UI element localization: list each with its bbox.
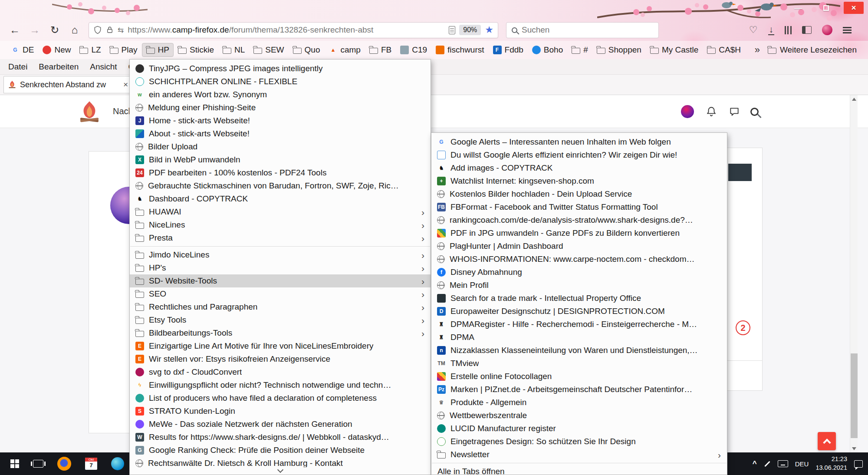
menu-bookmark-rankingcoach-com-de-de-analysis-strato-www-shark-designs-de[interactable]: rankingcoach.com/de-de/analysis-strato/w…: [431, 214, 727, 227]
menu-bookmark-dashboard-copytrack[interactable]: ♞Dashboard - COPYTRACK: [130, 192, 431, 205]
menu-folder-etsy-tools[interactable]: Etsy Tools›: [130, 313, 431, 327]
bookmarks-overflow-chevron[interactable]: »: [750, 44, 764, 56]
menu-bookmark-einzigartige-line-art-motive-f-r-ihre-von-nicelinesembroidery[interactable]: EEinzigartige Line Art Motive für Ihre v…: [130, 340, 431, 353]
url-bar[interactable]: ⇆ https://www.camp-firefox.de/forum/them…: [89, 22, 498, 38]
menu-bookmark-mein-profil[interactable]: Mein Profil: [431, 279, 727, 292]
reload-button[interactable]: ↻: [49, 24, 61, 36]
menu-bookmark-search-for-a-trade-mark-intellectual-property-office[interactable]: Search for a trade mark - Intellectual P…: [431, 292, 727, 305]
taskbar-app-button[interactable]: [111, 457, 124, 470]
menu-bookmark-strato-kunden-login[interactable]: SSTRATO Kunden-Login: [130, 405, 431, 418]
home-button[interactable]: ⌂: [69, 24, 81, 36]
menu-bookmark-wettbewerbszentrale[interactable]: Wettbewerbszentrale: [431, 409, 727, 422]
tab-close-icon[interactable]: ×: [123, 80, 128, 89]
menu-bookmark-whois-informationen-www-carpe-noctem-com-checkdom[interactable]: WHOIS-INFORMATIONEN: www.carpe-noctem.co…: [431, 253, 727, 266]
menu-icon[interactable]: [843, 27, 852, 33]
forum-search-icon[interactable]: [750, 108, 759, 116]
user-avatar[interactable]: [681, 105, 694, 118]
menu-bookmark-schichtplaner-online-flexible[interactable]: SCHICHTPLANER ONLINE - FLEXIBLE: [130, 75, 431, 88]
start-button[interactable]: [10, 459, 19, 468]
menu-bookmark-pdf-in-jpg-umwandeln-ganze-pdfs-zu-bildern-konvertieren[interactable]: PDF in JPG umwandeln - Ganze PDFs zu Bil…: [431, 227, 727, 240]
menu-bookmark-dpma[interactable]: ♜DPMA: [431, 331, 727, 344]
bookmark-folder-nl[interactable]: NL: [219, 43, 249, 56]
search-input[interactable]: [522, 25, 653, 35]
menu-bookmark-meldung-einer-phishing-seite[interactable]: Meldung einer Phishing-Seite: [130, 101, 431, 114]
menu-bookmark-pdf-bearbeiten-100-kostenlos-pdf24-tools[interactable]: 24PDF bearbeiten - 100% kostenlos - PDF2…: [130, 166, 431, 179]
bookmark-new[interactable]: New: [39, 43, 75, 56]
other-bookmarks-button[interactable]: Weitere Lesezeichen: [765, 43, 861, 56]
account-icon[interactable]: [822, 25, 832, 35]
scroll-to-top-button[interactable]: [818, 432, 836, 450]
minimize-button[interactable]: —: [788, 2, 808, 14]
task-view-button[interactable]: [33, 460, 43, 468]
taskbar-clock[interactable]: 21:23 13.06.2021: [815, 455, 847, 472]
taskbar-firefox-button[interactable]: [57, 457, 71, 471]
menu-bookmark-svg-to-dxf-cloudconvert[interactable]: svg to dxf - CloudConvert: [130, 366, 431, 379]
menu-bookmark-add-images-copytrack[interactable]: ♞Add images - COPYTRACK: [431, 162, 727, 175]
menu-bookmark-lucid-manufacturer-register[interactable]: LUCID Manufacturer register: [431, 422, 727, 435]
menu-datei[interactable]: Datei: [3, 62, 33, 72]
scrollbar-up-arrow[interactable]: [850, 95, 858, 103]
bookmark-folder-item[interactable]: #: [568, 43, 592, 56]
menu-bookmark-erstelle-online-fotocollagen[interactable]: Erstelle online Fotocollagen: [431, 370, 727, 383]
bookmark-folder-stickie[interactable]: Stickie: [174, 43, 218, 56]
menu-bookmark-results-for-https-www-shark-designs-de-webbkoll-dataskyd[interactable]: WResults for https://www.shark-designs.d…: [130, 431, 431, 444]
bookmark-de[interactable]: GDE: [7, 43, 38, 56]
menu-bearbeiten[interactable]: Bearbeiten: [33, 62, 84, 72]
menu-folder-sd-website-tools[interactable]: SD- Website-Tools›: [130, 274, 431, 287]
reader-mode-icon[interactable]: [449, 26, 455, 34]
menu-bookmark-disney-abmahnung[interactable]: fDisney Abmahnung: [431, 266, 727, 279]
scrollbar-down-arrow[interactable]: [850, 445, 858, 452]
bookmark-star-icon[interactable]: ★: [485, 25, 493, 35]
lock-icon[interactable]: [106, 26, 114, 34]
menu-bookmark-kostenlos-bilder-hochladen-dein-upload-service[interactable]: Kostenlos Bilder hochladen - Dein Upload…: [431, 188, 727, 201]
touch-keyboard-icon[interactable]: [778, 460, 788, 467]
scrollbar-thumb[interactable]: [851, 353, 858, 438]
back-button[interactable]: ←: [9, 24, 21, 36]
action-center-icon[interactable]: [854, 460, 863, 468]
bookmark-folder-sew[interactable]: SEW: [250, 43, 288, 56]
menu-bookmark-bilder-upload[interactable]: Bilder Upload: [130, 140, 431, 153]
bookmark-folder-quo[interactable]: Quo: [289, 43, 324, 56]
bookmark-fischwurst[interactable]: fischwurst: [432, 43, 488, 56]
menu-folder-presta[interactable]: Presta›: [130, 231, 431, 244]
menu-scroll-indicator[interactable]: [130, 467, 431, 475]
menu-bookmark-bild-in-webp-umwandeln[interactable]: XBild in WebP umwandeln: [130, 153, 431, 166]
page-scrollbar[interactable]: [850, 95, 858, 452]
taskbar-calendar-button[interactable]: Okt 7: [85, 458, 97, 470]
menu-bookmark-fbformat-facebook-and-twitter-status-formatting-tool[interactable]: FBFBFormat - Facebook and Twitter Status…: [431, 201, 727, 214]
pocket-icon[interactable]: ♡: [749, 24, 758, 36]
tab-senkrechten-abstand[interactable]: Senkrechten Abstand zw ×: [3, 76, 133, 93]
forward-button[interactable]: →: [29, 24, 41, 36]
bookmark-folder-hp[interactable]: HP: [142, 43, 173, 56]
bookmark-folder-ca-h[interactable]: CA$H: [703, 43, 745, 56]
menu-bookmark-home-stick-arts-webseite[interactable]: JHome - stick-arts Webseite!: [130, 114, 431, 127]
zoom-level-badge[interactable]: 90%: [459, 25, 481, 35]
menu-bookmark-wir-stellen-vor-etsys-risikofreien-anzeigenservice[interactable]: EWir stellen vor: Etsys risikofreien Anz…: [130, 353, 431, 366]
sidebar-icon[interactable]: [802, 26, 812, 34]
keyboard-language[interactable]: DEU: [795, 460, 809, 468]
menu-bookmark-ein-anderes-wort-bzw-synonym[interactable]: wein anderes Wort bzw. Synonym: [130, 88, 431, 101]
menu-folder-jimdo-nicelines[interactable]: Jimdo NiceLines›: [130, 248, 431, 261]
menu-bookmark-dpmaregister-hilfe-recherchemodi-einsteigerrecherche-m[interactable]: ♜DPMARegister - Hilfe - Recherchemodi - …: [431, 318, 727, 331]
bookmark-fddb[interactable]: FFddb: [489, 43, 527, 56]
menu-folder-seo[interactable]: SEO›: [130, 287, 431, 300]
open-all-in-tabs[interactable]: Alle in Tabs öffnen: [431, 465, 727, 475]
menu-bookmark-list-of-producers-who-have-filed-a-declaration-of-completeness[interactable]: List of producers who have filed a decla…: [130, 392, 431, 405]
bookmark-folder-play[interactable]: Play: [106, 43, 141, 56]
bookmark-camp[interactable]: ▲camp: [325, 43, 364, 56]
menu-bookmark-google-ranking-check-pr-fe-die-position-deiner-webseite[interactable]: GGoogle Ranking Check: Prüfe die Positio…: [130, 444, 431, 457]
bookmark-folder-shoppen[interactable]: Shoppen: [593, 43, 645, 56]
menu-folder-huawai[interactable]: HUAWAI›: [130, 205, 431, 218]
downloads-icon[interactable]: ↓: [768, 25, 775, 35]
url-text[interactable]: https://www.camp-firefox.de/forum/thema/…: [128, 25, 445, 35]
maximize-button[interactable]: [816, 2, 836, 14]
close-button[interactable]: ×: [844, 2, 864, 14]
notifications-bell-icon[interactable]: [706, 106, 717, 117]
menu-bookmark-about-stick-arts-webseite[interactable]: About - stick-arts Webseite!: [130, 127, 431, 140]
bookmark-c19[interactable]: C19: [396, 43, 431, 56]
menu-bookmark-nizzaklassen-klasseneinteilung-von-waren-und-dienstleistungen[interactable]: nNizzaklassen Klasseneinteilung von Ware…: [431, 344, 727, 357]
menu-bookmark-europaweiter-designschutz-designprotection-com[interactable]: DEuropaweiter Designschutz | DESIGNPROTE…: [431, 305, 727, 318]
menu-bookmark-watchlist-internet-kingseven-shop-com[interactable]: +Watchlist Internet: kingseven-shop.com: [431, 175, 727, 188]
menu-bookmark-tinyjpg-compress-jpeg-images-intelligently[interactable]: TinyJPG – Compress JPEG images intellige…: [130, 62, 431, 75]
menu-bookmark-du-willst-google-alerts-effizient-einrichten-wir-zeigen-dir-wie[interactable]: Du willst Google Alerts effizient einric…: [431, 148, 727, 162]
